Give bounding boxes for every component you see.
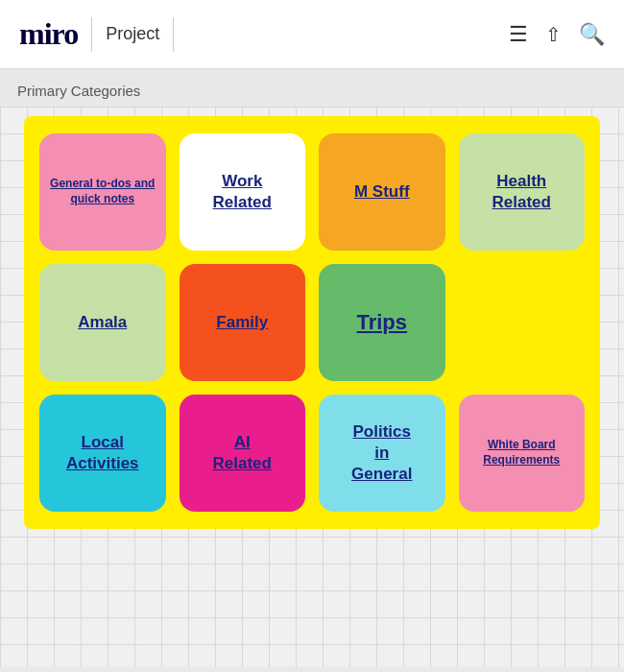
canvas: General to-dos and quick notes WorkRelat… bbox=[0, 107, 624, 667]
card-label-m-stuff: M Stuff bbox=[354, 181, 410, 203]
card-work-related[interactable]: WorkRelated bbox=[180, 133, 306, 251]
card-trips[interactable]: Trips bbox=[319, 264, 445, 381]
card-label-amala: Amala bbox=[78, 312, 127, 333]
card-label-local-activities: LocalActivities bbox=[66, 432, 139, 474]
card-local-activities[interactable]: LocalActivities bbox=[39, 395, 166, 512]
card-label-ai-related: AIRelated bbox=[213, 432, 272, 474]
card-label-family: Family bbox=[216, 312, 268, 333]
header-divider-2 bbox=[173, 17, 174, 52]
card-label-trips: Trips bbox=[356, 309, 407, 337]
board: General to-dos and quick notes WorkRelat… bbox=[24, 116, 600, 529]
card-health-related[interactable]: HealthRelated bbox=[459, 133, 586, 251]
section-label: Primary Categories bbox=[0, 69, 624, 107]
menu-icon[interactable]: ☰ bbox=[509, 22, 528, 47]
card-ai-related[interactable]: AIRelated bbox=[180, 395, 306, 512]
header-divider-1 bbox=[91, 17, 92, 52]
project-label[interactable]: Project bbox=[106, 24, 159, 44]
search-icon[interactable]: 🔍 bbox=[579, 22, 605, 47]
header: miro Project ☰ ⇧ 🔍 bbox=[0, 0, 624, 69]
card-label-work-related: WorkRelated bbox=[213, 171, 272, 213]
empty-cell-4-2 bbox=[459, 264, 586, 381]
card-label-general-todos: General to-dos and quick notes bbox=[49, 177, 156, 206]
card-label-politics: PoliticsinGeneral bbox=[351, 421, 412, 485]
card-m-stuff[interactable]: M Stuff bbox=[319, 133, 445, 251]
card-label-whiteboard: White BoardRequirements bbox=[483, 438, 560, 468]
header-icons: ☰ ⇧ 🔍 bbox=[509, 22, 605, 47]
card-general-todos[interactable]: General to-dos and quick notes bbox=[39, 133, 166, 251]
card-amala[interactable]: Amala bbox=[39, 264, 166, 381]
export-icon[interactable]: ⇧ bbox=[545, 23, 562, 46]
card-label-health-related: HealthRelated bbox=[492, 171, 551, 213]
logo: miro bbox=[19, 16, 78, 52]
card-family[interactable]: Family bbox=[180, 264, 306, 381]
card-politics[interactable]: PoliticsinGeneral bbox=[319, 395, 445, 512]
card-whiteboard[interactable]: White BoardRequirements bbox=[459, 395, 586, 512]
